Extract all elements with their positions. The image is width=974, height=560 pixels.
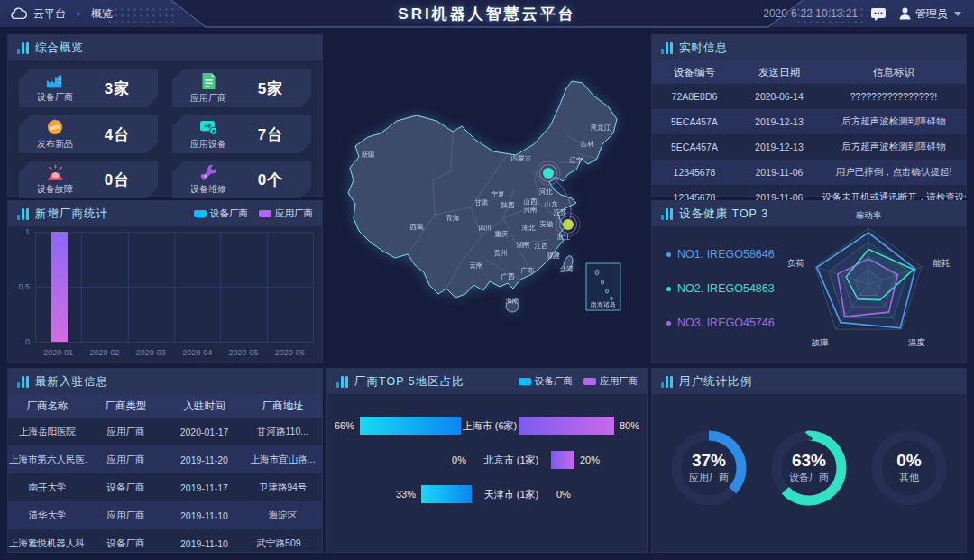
bar-value-label: 66%: [335, 420, 354, 431]
panel-title: 综合概览: [35, 41, 84, 56]
cell: 应用厂商: [87, 418, 165, 445]
stat-cards-grid: 设备厂商 3家 应用厂商 5家 NE: [8, 60, 322, 196]
alarm-icon: [46, 164, 65, 181]
message-icon[interactable]: [870, 7, 887, 21]
tornado-row: 0% 北京市 (1家) 20%: [335, 450, 639, 470]
datetime-display: 2020-6-22 10:13:21: [763, 7, 858, 20]
legend-swatch: [583, 378, 596, 385]
table-row: 上海岳阳医院应用厂商2020-01-17甘河路110...: [8, 418, 322, 445]
x-axis-tick: 2020-05: [220, 348, 266, 357]
stat-card-app-vendors: 应用厂商 5家: [172, 69, 311, 107]
chart-legend: 设备厂商 应用厂商: [519, 375, 638, 388]
city-marker-0[interactable]: [543, 168, 554, 179]
cell: 2020-01-17: [165, 418, 244, 445]
panel-title: 用户统计比例: [679, 374, 752, 390]
donut-app-vendors: 37% 应用厂商: [666, 425, 752, 511]
breadcrumb-root[interactable]: 云平台: [33, 6, 66, 22]
legend-item-device-vendor[interactable]: 设备厂商: [519, 375, 573, 388]
cell: 后方超声波检测到障碍物: [822, 134, 966, 160]
cell: 2019-12-13: [737, 134, 822, 160]
x-axis-tick: 2020-03: [128, 348, 174, 357]
table-row: 南开大学设备厂商2019-11-17卫津路94号: [8, 473, 322, 501]
category-label: 天津市 (1家): [472, 488, 551, 501]
device-icon: [199, 119, 218, 136]
panel-title: 设备健康 TOP 3: [679, 207, 768, 222]
bullet-dot: [666, 287, 671, 291]
panel-title-icon: [17, 207, 29, 220]
stat-card-value: 5家: [237, 78, 304, 99]
username: 管理员: [915, 6, 948, 22]
cell: 南开大学: [8, 473, 87, 501]
legend-label: 设备厂商: [535, 375, 573, 388]
donut-charts: 37% 应用厂商 63% 设备厂商 0% 其他: [652, 394, 966, 541]
city-marker-1[interactable]: [563, 219, 574, 230]
cell: 海淀区: [244, 501, 322, 529]
panel-title: 最新入驻信息: [35, 374, 108, 390]
cell: 卫津路94号: [244, 473, 322, 501]
user-menu[interactable]: 管理员: [899, 6, 961, 22]
bar-value-label: 0%: [556, 489, 571, 500]
china-map[interactable]: 新疆西藏青海甘肃宁夏内蒙古黑龙江吉林辽宁河北山西山东陕西河南江苏安徽四川重庆湖北…: [326, 27, 648, 365]
stat-card-device-vendors: 设备厂商 3家: [19, 69, 158, 107]
cell: 2019-12-13: [737, 109, 822, 134]
x-axis-labels: 2020-01 2020-02 2020-03 2020-04 2020-05 …: [35, 348, 313, 357]
bar-chart-plot: [35, 232, 314, 343]
legend-swatch: [259, 210, 271, 217]
hainan-island[interactable]: [506, 301, 519, 312]
panel-title-icon: [17, 375, 29, 388]
bar-device-vendor: [360, 417, 461, 435]
cell: 上海雅悦机器人科...: [8, 529, 87, 557]
gridline: [36, 232, 314, 233]
factory-icon: [45, 73, 65, 89]
x-axis-tick: 2020-04: [174, 348, 220, 357]
radar-axis-label: 稼动率: [856, 210, 882, 220]
table-row: 5ECA457A2019-12-13后方超声波检测到障碍物: [652, 109, 966, 134]
legend-swatch: [519, 378, 531, 385]
legend-label: 应用厂商: [275, 207, 313, 220]
stat-card-device-faults: 设备故障 0台: [19, 161, 158, 198]
cell: 2019-11-06: [737, 160, 822, 185]
latest-entries-panel: 最新入驻信息 厂商名称 厂商类型 入驻时间 厂商地址 上海岳阳医院应用厂商202…: [7, 368, 323, 553]
taiwan-island[interactable]: [562, 255, 574, 272]
legend-swatch: [194, 210, 207, 217]
legend-label: 应用厂商: [600, 375, 638, 388]
china-landmass[interactable]: [348, 81, 617, 312]
new-badge-icon: NEW: [46, 118, 64, 136]
donut-value: 37%: [692, 451, 726, 471]
bar-app-vendor: [551, 451, 574, 469]
panel-title: 厂商TOP 5地区占比: [354, 374, 464, 390]
tornado-row: 33% 天津市 (1家) 0%: [335, 484, 639, 504]
column-header: 厂商地址: [244, 394, 322, 418]
cell: 12345678: [652, 160, 737, 185]
column-header: 设备编号: [652, 60, 737, 84]
stat-card-value: 4台: [84, 124, 151, 145]
header-dots-left: [106, 6, 179, 23]
stat-card-value: 0个: [237, 170, 304, 190]
radar-axis-label: 故障: [811, 337, 829, 347]
donut-value: 63%: [792, 451, 826, 471]
bar-value-label: 33%: [396, 489, 416, 500]
column-header: 厂商名称: [8, 394, 87, 418]
donut-label: 其他: [899, 471, 919, 484]
cell: 5ECA457A: [652, 134, 737, 160]
cell: 设备厂商: [87, 473, 165, 501]
legend-item-device-vendor[interactable]: 设备厂商: [194, 207, 248, 220]
legend-item-app-vendor[interactable]: 应用厂商: [583, 375, 638, 388]
panel-title-icon: [661, 207, 673, 220]
breadcrumb-current[interactable]: 概览: [91, 6, 113, 22]
cell: 用户已摔倒，点击确认提起!: [822, 160, 966, 185]
bullet-dot: [666, 321, 671, 326]
column-header: 入驻时间: [165, 394, 244, 418]
cell: 2019-11-20: [165, 445, 244, 473]
bar-应用厂商: [51, 232, 68, 342]
y-axis-tick: 1: [12, 227, 30, 236]
category-label: 北京市 (1家): [472, 454, 551, 467]
table-header-row: 设备编号 发送日期 信息标识: [652, 60, 966, 84]
cloud-icon: [11, 7, 27, 20]
y-axis-tick: 0.5: [12, 282, 30, 291]
wrench-icon: [199, 164, 218, 181]
stat-card-label: 设备维修: [190, 183, 226, 196]
bullet-dot: [666, 252, 671, 257]
legend-item-app-vendor[interactable]: 应用厂商: [259, 207, 313, 220]
panel-title: 实时信息: [679, 41, 728, 56]
